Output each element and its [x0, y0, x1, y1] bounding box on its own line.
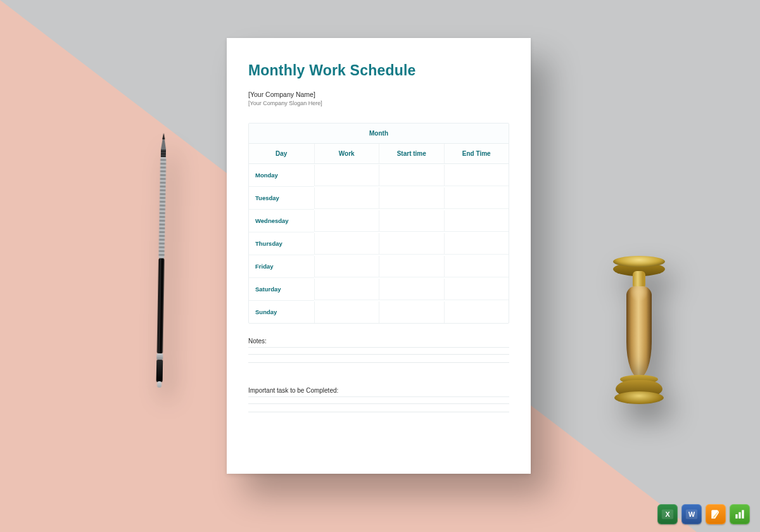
day-cell: Saturday — [249, 278, 314, 301]
day-cell: Wednesday — [249, 210, 314, 232]
month-header: Month — [249, 124, 509, 144]
col-start: Start time — [379, 144, 444, 164]
mockup-scene: Monthly Work Schedule [Your Company Name… — [0, 0, 760, 532]
day-cell: Friday — [249, 255, 314, 278]
table-row: Monday — [249, 164, 509, 187]
numbers-icon[interactable] — [730, 504, 750, 524]
schedule-table: Month Day Work Start time End Time Monda… — [248, 123, 509, 324]
wax-seal-stamp — [613, 256, 665, 412]
notes-label: Notes: — [248, 338, 509, 345]
day-cell: Tuesday — [249, 187, 314, 210]
table-row: Friday — [249, 255, 509, 278]
svg-text:W: W — [688, 510, 695, 518]
svg-rect-6 — [742, 510, 744, 518]
svg-text:X: X — [665, 510, 670, 518]
tasks-label: Important task to be Completed: — [248, 387, 509, 394]
document-title: Monthly Work Schedule — [248, 62, 509, 79]
notes-lines — [248, 354, 509, 370]
table-row: Thursday — [249, 232, 509, 255]
day-cell: Monday — [249, 164, 314, 187]
divider — [248, 347, 509, 348]
day-cell: Thursday — [249, 232, 314, 255]
table-row: Sunday — [249, 301, 509, 323]
company-slogan-placeholder: [Your Company Slogan Here] — [248, 100, 509, 106]
table-row: Saturday — [249, 278, 509, 301]
table-row: Wednesday — [249, 210, 509, 232]
company-name-placeholder: [Your Company Name] — [248, 91, 509, 98]
word-icon[interactable]: W — [681, 504, 702, 524]
table-header-row: Day Work Start time End Time — [249, 144, 509, 164]
svg-rect-5 — [738, 512, 740, 519]
table-row: Tuesday — [249, 187, 509, 210]
divider — [248, 396, 509, 397]
tasks-lines — [248, 403, 509, 420]
day-cell: Sunday — [249, 301, 314, 323]
document-page: Monthly Work Schedule [Your Company Name… — [227, 38, 531, 474]
format-badges: X W — [657, 504, 750, 524]
svg-rect-4 — [735, 514, 737, 519]
pages-icon[interactable] — [706, 504, 726, 524]
col-end: End Time — [444, 144, 509, 164]
col-day: Day — [249, 144, 314, 164]
col-work: Work — [314, 144, 379, 164]
excel-icon[interactable]: X — [657, 504, 678, 524]
